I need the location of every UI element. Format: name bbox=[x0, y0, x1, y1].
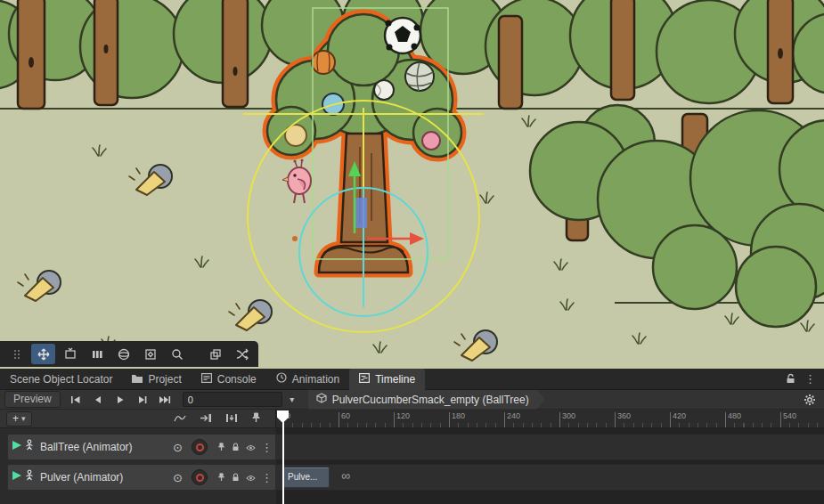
tab-bar-controls: ⋮ bbox=[778, 371, 824, 387]
previous-frame-button[interactable] bbox=[87, 392, 110, 408]
scene-canvas[interactable] bbox=[0, 0, 824, 369]
play-button[interactable] bbox=[110, 392, 132, 408]
add-track-button[interactable]: + ▾ bbox=[6, 411, 32, 427]
layers-tool-icon[interactable] bbox=[203, 344, 227, 364]
pumpkin-ball[interactable] bbox=[312, 51, 335, 74]
breadcrumb[interactable]: PulverCucumberSmack_empty (BallTree) bbox=[308, 390, 545, 410]
rect-transform-tool-icon[interactable] bbox=[58, 344, 82, 364]
animation-track-icon bbox=[11, 439, 23, 455]
shuffle-tool-icon[interactable] bbox=[230, 344, 254, 364]
track-menu-icon[interactable]: ⋮ bbox=[261, 472, 273, 484]
record-dot bbox=[196, 443, 204, 451]
panel-menu-icon[interactable]: ⋮ bbox=[804, 373, 816, 385]
track-binding-button[interactable]: ⊙ bbox=[173, 472, 183, 484]
record-dot bbox=[196, 474, 204, 482]
tab-label: Timeline bbox=[375, 373, 415, 386]
eye-icon[interactable] bbox=[246, 439, 256, 455]
track-label: BallTree (Animator) bbox=[40, 441, 168, 453]
chevron-down-icon: ▾ bbox=[21, 415, 26, 423]
breadcrumb-label: PulverCucumberSmack_empty (BallTree) bbox=[332, 394, 529, 406]
next-frame-button[interactable] bbox=[132, 392, 154, 408]
frame-number-field[interactable]: 0 bbox=[183, 392, 282, 407]
eye-icon[interactable] bbox=[246, 469, 256, 485]
soccer-ball[interactable] bbox=[385, 18, 420, 53]
sphere-tool-icon[interactable] bbox=[111, 344, 135, 364]
toolbar-handle-icon[interactable] bbox=[4, 344, 29, 364]
move-tool-icon[interactable] bbox=[31, 344, 55, 364]
panel-tab-bar: Scene Object Locator Project Console Ani… bbox=[0, 369, 824, 390]
tab-console[interactable]: Console bbox=[192, 369, 266, 390]
tab-scene-object-locator[interactable]: Scene Object Locator bbox=[0, 369, 122, 390]
record-button[interactable] bbox=[192, 439, 208, 455]
tab-project[interactable]: Project bbox=[122, 369, 191, 390]
animator-icon bbox=[23, 439, 36, 455]
preview-toggle-button[interactable]: Preview bbox=[4, 391, 61, 408]
tab-label: Scene Object Locator bbox=[10, 373, 112, 386]
volleyball[interactable] bbox=[405, 62, 434, 91]
track-row: BallTree (Animator) ⊙ ⋮ bbox=[0, 434, 824, 460]
animation-track-icon bbox=[11, 469, 23, 485]
editor-window: Scene Object Locator Project Console Ani… bbox=[0, 0, 824, 504]
tab-label: Console bbox=[217, 373, 257, 386]
ruler-minor-ticks bbox=[283, 423, 824, 427]
track-lane-pulver[interactable]: Pulve... ∞ bbox=[276, 464, 824, 491]
clip-edit-mode-icon[interactable] bbox=[200, 411, 212, 427]
tab-label: Animation bbox=[292, 373, 339, 386]
track-row: Pulver (Animator) ⊙ ⋮ Pulve... ∞ bbox=[0, 464, 824, 491]
track-menu-icon[interactable]: ⋮ bbox=[261, 442, 273, 453]
lock-icon[interactable] bbox=[232, 469, 240, 485]
track-lane-balltree[interactable] bbox=[276, 434, 824, 460]
go-to-start-button[interactable] bbox=[65, 392, 87, 408]
animation-clip[interactable]: Pulve... bbox=[283, 467, 330, 488]
console-icon bbox=[201, 373, 212, 386]
infinite-clip-icon: ∞ bbox=[341, 469, 350, 482]
record-button[interactable] bbox=[192, 469, 208, 485]
timeline-icon bbox=[359, 373, 370, 386]
custom-tool-icon[interactable] bbox=[138, 344, 162, 364]
gizmo-plane-handle[interactable] bbox=[355, 198, 367, 228]
track-toolbar: + ▾ bbox=[0, 410, 276, 428]
frame-options-dropdown[interactable]: ▾ bbox=[285, 394, 299, 404]
scene-view[interactable] bbox=[0, 0, 824, 369]
folder-icon bbox=[132, 373, 143, 386]
cube-icon bbox=[316, 393, 327, 406]
pink-ball[interactable] bbox=[422, 132, 440, 150]
pin-icon[interactable] bbox=[217, 439, 225, 455]
pin-icon[interactable] bbox=[217, 469, 225, 485]
curves-view-icon[interactable] bbox=[174, 411, 186, 427]
timeline-ruler[interactable]: 0 60 120 180 240 300 360 420 480 540 bbox=[276, 410, 824, 428]
animator-icon bbox=[23, 469, 36, 485]
tab-label: Project bbox=[148, 373, 181, 386]
timeline-ruler-row: + ▾ 0 60 120 180 240 300 360 420 480 540 bbox=[0, 410, 824, 428]
zoom-tool-icon[interactable] bbox=[165, 344, 189, 364]
go-to-end-button[interactable] bbox=[154, 392, 176, 408]
scale-tool-icon[interactable] bbox=[85, 344, 109, 364]
transport-controls bbox=[65, 392, 176, 408]
timeline-settings-button[interactable] bbox=[804, 394, 816, 406]
white-ball[interactable] bbox=[374, 80, 394, 100]
plus-icon: + bbox=[12, 413, 19, 424]
playhead-line[interactable] bbox=[282, 411, 284, 504]
track-toolbar-icons bbox=[174, 411, 261, 427]
lock-icon[interactable] bbox=[232, 439, 240, 455]
track-header-pulver[interactable]: Pulver (Animator) ⊙ ⋮ bbox=[7, 464, 276, 491]
track-header-balltree[interactable]: BallTree (Animator) ⊙ ⋮ bbox=[7, 434, 276, 460]
track-binding-button[interactable]: ⊙ bbox=[173, 442, 183, 453]
pin-icon[interactable] bbox=[251, 411, 261, 427]
gizmo-pivot-dot[interactable] bbox=[292, 236, 298, 241]
clock-icon bbox=[276, 372, 287, 386]
clip-marker-icon[interactable] bbox=[225, 411, 238, 427]
track-label: Pulver (Animator) bbox=[40, 471, 168, 484]
timeline-header: Preview 0 ▾ PulverCucumberSmack_empty (B… bbox=[0, 390, 824, 410]
timeline-tracks-area: BallTree (Animator) ⊙ ⋮ Pulver (Animator… bbox=[0, 428, 824, 504]
tab-animation[interactable]: Animation bbox=[266, 369, 349, 390]
scene-tool-overlay bbox=[0, 341, 258, 367]
track-option-icons bbox=[217, 439, 256, 455]
lock-icon[interactable] bbox=[786, 371, 795, 387]
track-option-icons bbox=[217, 469, 256, 485]
tab-timeline[interactable]: Timeline bbox=[349, 369, 425, 390]
